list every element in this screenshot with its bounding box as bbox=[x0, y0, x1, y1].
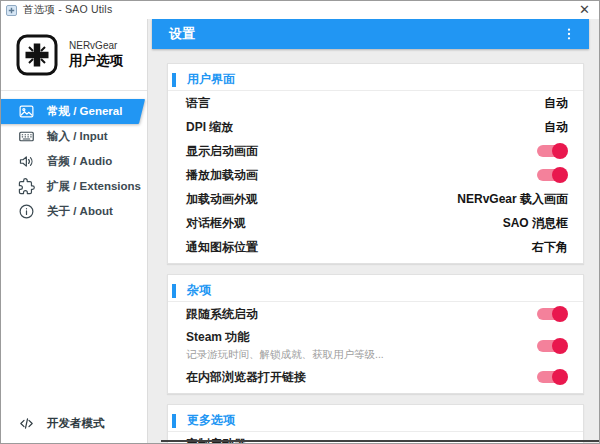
setting-label: 语言 bbox=[186, 95, 210, 112]
setting-label-group: 播放加载动画 bbox=[186, 167, 258, 184]
code-icon bbox=[18, 415, 35, 432]
settings-pane: 设置 用户界面语言自动DPI 缩放自动显示启动画面播放加载动画加载动画外观NER… bbox=[149, 19, 599, 443]
setting-value: SAO 消息框 bbox=[503, 215, 568, 232]
sidebar-item-label: 关于 / About bbox=[47, 204, 113, 219]
setting-value: 自动 bbox=[544, 95, 568, 112]
image-icon bbox=[18, 103, 35, 120]
setting-label: 显示启动画面 bbox=[186, 143, 258, 160]
toggle-steam-features-on[interactable] bbox=[537, 338, 568, 354]
developer-mode-button[interactable]: 开发者模式 bbox=[18, 415, 105, 432]
sidebar-item-label: 常规 / General bbox=[47, 104, 122, 119]
toggle-play-loading-anim-on[interactable] bbox=[537, 167, 568, 183]
setting-sublabel: 记录游玩时间、解锁成就、获取用户等级... bbox=[186, 348, 384, 362]
setting-row-show-splash[interactable]: 显示启动画面 bbox=[168, 139, 583, 163]
keyboard-icon bbox=[18, 128, 35, 145]
close-icon[interactable]: ✕ bbox=[579, 3, 590, 16]
sidebar-item-label: 扩展 / Extensions bbox=[47, 179, 141, 194]
setting-label: 加载动画外观 bbox=[186, 191, 258, 208]
toggle-start-with-system-on[interactable] bbox=[537, 306, 568, 322]
logo-title: NERvGear bbox=[69, 40, 123, 51]
setting-label-group: 语言 bbox=[186, 95, 210, 112]
nervgear-plus-logo-icon bbox=[15, 33, 59, 77]
setting-value: 右下角 bbox=[532, 239, 568, 256]
setting-label-group: DPI 缩放 bbox=[186, 119, 233, 136]
setting-label: 播放加载动画 bbox=[186, 167, 258, 184]
setting-label: 通知图标位置 bbox=[186, 239, 258, 256]
setting-label-group: 通知图标位置 bbox=[186, 239, 258, 256]
section-title: 用户界面 bbox=[187, 71, 235, 88]
setting-label: 跟随系统启动 bbox=[186, 306, 258, 323]
toggle-knob bbox=[552, 369, 568, 385]
setting-label-group: 在内部浏览器打开链接 bbox=[186, 369, 306, 386]
setting-label-group: 对话框外观 bbox=[186, 215, 246, 232]
setting-row-start-with-system[interactable]: 跟随系统启动 bbox=[168, 302, 583, 326]
card-user-interface: 用户界面语言自动DPI 缩放自动显示启动画面播放加载动画加载动画外观NERvGe… bbox=[167, 63, 584, 264]
setting-row-loading-anim-skin[interactable]: 加载动画外观NERvGear 载入画面 bbox=[168, 187, 583, 211]
sidebar: NERvGear 用户选项 常规 / General输入 / Input音频 /… bbox=[1, 19, 148, 443]
setting-row-dialog-skin[interactable]: 对话框外观SAO 消息框 bbox=[168, 211, 583, 235]
info-icon bbox=[18, 203, 35, 220]
section-title: 更多选项 bbox=[187, 412, 235, 429]
setting-label: 在内部浏览器打开链接 bbox=[186, 369, 306, 386]
setting-label-group: 跟随系统启动 bbox=[186, 306, 258, 323]
sidebar-menu: 常规 / General输入 / Input音频 / Audio扩展 / Ext… bbox=[1, 99, 147, 224]
toggle-knob bbox=[552, 306, 568, 322]
section-accent-bar bbox=[172, 73, 176, 87]
setting-row-dpi-scale[interactable]: DPI 缩放自动 bbox=[168, 115, 583, 139]
sidebar-item-general[interactable]: 常规 / General bbox=[1, 99, 147, 124]
setting-row-open-in-browser[interactable]: 在内部浏览器打开链接 bbox=[168, 365, 583, 389]
card-misc: 杂项跟随系统启动Steam 功能记录游玩时间、解锁成就、获取用户等级...在内部… bbox=[167, 274, 584, 394]
window-title: 首选项 - SAO Utils bbox=[23, 3, 112, 17]
sidebar-item-label: 音频 / Audio bbox=[47, 154, 112, 169]
sidebar-item-extensions[interactable]: 扩展 / Extensions bbox=[1, 174, 147, 199]
section-title: 杂项 bbox=[187, 282, 211, 299]
sidebar-item-label: 输入 / Input bbox=[47, 129, 108, 144]
logo-block: NERvGear 用户选项 bbox=[1, 19, 147, 91]
toggle-knob bbox=[552, 167, 568, 183]
setting-label-group: 显示启动画面 bbox=[186, 143, 258, 160]
settings-header: 设置 bbox=[152, 19, 589, 49]
setting-row-language[interactable]: 语言自动 bbox=[168, 91, 583, 115]
section-title-row: 杂项 bbox=[168, 280, 583, 302]
speaker-icon bbox=[18, 153, 35, 170]
settings-title: 设置 bbox=[169, 25, 195, 43]
card-more-options: 更多选项定制启动器...定制托盘图标... bbox=[167, 404, 584, 444]
logo-subtitle: 用户选项 bbox=[69, 52, 123, 70]
setting-label: Steam 功能 bbox=[186, 329, 384, 346]
toggle-knob bbox=[552, 338, 568, 354]
toggle-knob bbox=[552, 143, 568, 159]
setting-label-group: Steam 功能记录游玩时间、解锁成就、获取用户等级... bbox=[186, 329, 384, 362]
window-bottom-edge bbox=[161, 440, 599, 442]
setting-row-play-loading-anim[interactable]: 播放加载动画 bbox=[168, 163, 583, 187]
toggle-open-in-browser-on[interactable] bbox=[537, 369, 568, 385]
section-title-row: 更多选项 bbox=[168, 410, 583, 432]
section-accent-bar bbox=[172, 284, 176, 298]
setting-label-group: 加载动画外观 bbox=[186, 191, 258, 208]
title-bar: 首选项 - SAO Utils ✕ bbox=[1, 1, 599, 19]
setting-label: 对话框外观 bbox=[186, 215, 246, 232]
sidebar-item-input[interactable]: 输入 / Input bbox=[1, 124, 147, 149]
app-icon bbox=[6, 5, 17, 16]
setting-label: DPI 缩放 bbox=[186, 119, 233, 136]
puzzle-icon bbox=[18, 178, 35, 195]
setting-row-notify-icon-pos[interactable]: 通知图标位置右下角 bbox=[168, 235, 583, 259]
preferences-window: 首选项 - SAO Utils ✕ NERvGear 用户选项 常规 / Gen… bbox=[0, 0, 600, 444]
setting-row-steam-features[interactable]: Steam 功能记录游玩时间、解锁成就、获取用户等级... bbox=[168, 326, 583, 365]
setting-row-customize-launcher[interactable]: 定制启动器... bbox=[168, 432, 583, 444]
setting-value: 自动 bbox=[544, 119, 568, 136]
section-title-row: 用户界面 bbox=[168, 69, 583, 91]
sidebar-item-audio[interactable]: 音频 / Audio bbox=[1, 149, 147, 174]
toggle-show-splash-on[interactable] bbox=[537, 143, 568, 159]
setting-value: NERvGear 载入画面 bbox=[457, 191, 568, 208]
kebab-menu-icon[interactable] bbox=[561, 26, 577, 42]
sidebar-item-about[interactable]: 关于 / About bbox=[1, 199, 147, 224]
logo-text: NERvGear 用户选项 bbox=[69, 40, 123, 70]
developer-mode-label: 开发者模式 bbox=[47, 416, 105, 431]
section-accent-bar bbox=[172, 414, 176, 428]
settings-cards: 用户界面语言自动DPI 缩放自动显示启动画面播放加载动画加载动画外观NERvGe… bbox=[167, 63, 584, 444]
